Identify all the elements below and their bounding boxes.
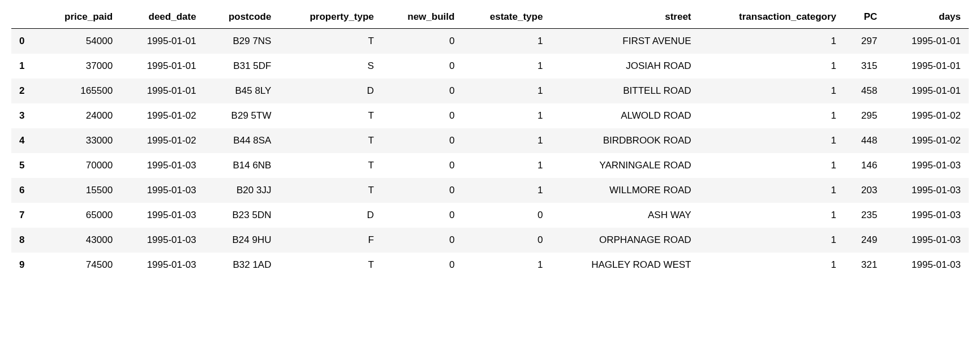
- cell-street: BIRDBROOK ROAD: [551, 128, 699, 153]
- col-deed-date: deed_date: [121, 6, 204, 29]
- cell-days: 1995-01-01: [885, 54, 969, 79]
- cell-postcode: B45 8LY: [204, 79, 280, 103]
- col-pc: PC: [844, 6, 885, 29]
- cell-deed-date: 1995-01-01: [121, 29, 204, 54]
- cell-deed-date: 1995-01-03: [121, 203, 204, 228]
- col-postcode: postcode: [204, 6, 280, 29]
- table-row: 4330001995-01-02B44 8SAT01BIRDBROOK ROAD…: [11, 128, 969, 153]
- cell-postcode: B14 6NB: [204, 153, 280, 178]
- cell-price-paid: 15500: [38, 178, 121, 203]
- cell-transaction-category: 1: [699, 103, 845, 128]
- cell-street: FIRST AVENUE: [551, 29, 699, 54]
- cell-days: 1995-01-03: [885, 253, 969, 277]
- cell-transaction-category: 1: [699, 153, 845, 178]
- row-index: 3: [11, 103, 38, 128]
- table-row: 5700001995-01-03B14 6NBT01YARNINGALE ROA…: [11, 153, 969, 178]
- cell-estate-type: 1: [462, 29, 551, 54]
- row-index: 1: [11, 54, 38, 79]
- table-row: 8430001995-01-03B24 9HUF00ORPHANAGE ROAD…: [11, 228, 969, 253]
- cell-street: HAGLEY ROAD WEST: [551, 253, 699, 277]
- cell-postcode: B29 7NS: [204, 29, 280, 54]
- cell-price-paid: 65000: [38, 203, 121, 228]
- cell-deed-date: 1995-01-03: [121, 253, 204, 277]
- cell-new-build: 0: [382, 153, 463, 178]
- cell-pc: 235: [844, 203, 885, 228]
- table-row: 1370001995-01-01B31 5DFS01JOSIAH ROAD131…: [11, 54, 969, 79]
- cell-deed-date: 1995-01-03: [121, 228, 204, 253]
- row-index: 4: [11, 128, 38, 153]
- cell-pc: 203: [844, 178, 885, 203]
- cell-street: WILLMORE ROAD: [551, 178, 699, 203]
- cell-price-paid: 24000: [38, 103, 121, 128]
- table-row: 3240001995-01-02B29 5TWT01ALWOLD ROAD129…: [11, 103, 969, 128]
- cell-estate-type: 1: [462, 253, 551, 277]
- cell-postcode: B23 5DN: [204, 203, 280, 228]
- cell-transaction-category: 1: [699, 203, 845, 228]
- cell-property-type: T: [279, 103, 381, 128]
- cell-pc: 448: [844, 128, 885, 153]
- cell-new-build: 0: [382, 79, 463, 103]
- cell-estate-type: 1: [462, 178, 551, 203]
- cell-transaction-category: 1: [699, 54, 845, 79]
- cell-price-paid: 37000: [38, 54, 121, 79]
- cell-street: YARNINGALE ROAD: [551, 153, 699, 178]
- cell-property-type: F: [279, 228, 381, 253]
- cell-transaction-category: 1: [699, 29, 845, 54]
- table-row: 0540001995-01-01B29 7NST01FIRST AVENUE12…: [11, 29, 969, 54]
- col-price-paid: price_paid: [38, 6, 121, 29]
- row-index: 8: [11, 228, 38, 253]
- cell-new-build: 0: [382, 29, 463, 54]
- cell-postcode: B44 8SA: [204, 128, 280, 153]
- cell-pc: 249: [844, 228, 885, 253]
- cell-postcode: B31 5DF: [204, 54, 280, 79]
- row-index: 6: [11, 178, 38, 203]
- cell-street: ASH WAY: [551, 203, 699, 228]
- cell-pc: 458: [844, 79, 885, 103]
- cell-new-build: 0: [382, 103, 463, 128]
- cell-property-type: T: [279, 178, 381, 203]
- cell-property-type: D: [279, 203, 381, 228]
- cell-days: 1995-01-01: [885, 29, 969, 54]
- cell-property-type: T: [279, 29, 381, 54]
- table-row: 21655001995-01-01B45 8LYD01BITTELL ROAD1…: [11, 79, 969, 103]
- cell-pc: 146: [844, 153, 885, 178]
- cell-days: 1995-01-01: [885, 79, 969, 103]
- row-index: 2: [11, 79, 38, 103]
- cell-days: 1995-01-03: [885, 178, 969, 203]
- row-index: 5: [11, 153, 38, 178]
- cell-postcode: B32 1AD: [204, 253, 280, 277]
- row-index: 9: [11, 253, 38, 277]
- data-table: price_paid deed_date postcode property_t…: [11, 6, 969, 277]
- cell-estate-type: 0: [462, 228, 551, 253]
- cell-days: 1995-01-03: [885, 203, 969, 228]
- col-property-type: property_type: [279, 6, 381, 29]
- col-transaction-category: transaction_category: [699, 6, 845, 29]
- col-index: [11, 6, 38, 29]
- cell-new-build: 0: [382, 228, 463, 253]
- cell-postcode: B20 3JJ: [204, 178, 280, 203]
- cell-price-paid: 54000: [38, 29, 121, 54]
- cell-days: 1995-01-02: [885, 103, 969, 128]
- cell-new-build: 0: [382, 178, 463, 203]
- cell-price-paid: 165500: [38, 79, 121, 103]
- cell-days: 1995-01-03: [885, 228, 969, 253]
- cell-property-type: T: [279, 128, 381, 153]
- cell-days: 1995-01-03: [885, 153, 969, 178]
- cell-transaction-category: 1: [699, 128, 845, 153]
- cell-property-type: T: [279, 253, 381, 277]
- cell-property-type: D: [279, 79, 381, 103]
- cell-street: BITTELL ROAD: [551, 79, 699, 103]
- col-days: days: [885, 6, 969, 29]
- cell-estate-type: 1: [462, 79, 551, 103]
- cell-pc: 297: [844, 29, 885, 54]
- cell-price-paid: 70000: [38, 153, 121, 178]
- cell-new-build: 0: [382, 253, 463, 277]
- cell-estate-type: 1: [462, 103, 551, 128]
- cell-deed-date: 1995-01-03: [121, 178, 204, 203]
- cell-transaction-category: 1: [699, 178, 845, 203]
- cell-deed-date: 1995-01-03: [121, 153, 204, 178]
- cell-deed-date: 1995-01-01: [121, 54, 204, 79]
- cell-estate-type: 0: [462, 203, 551, 228]
- table-body: 0540001995-01-01B29 7NST01FIRST AVENUE12…: [11, 29, 969, 278]
- table-row: 9745001995-01-03B32 1ADT01HAGLEY ROAD WE…: [11, 253, 969, 277]
